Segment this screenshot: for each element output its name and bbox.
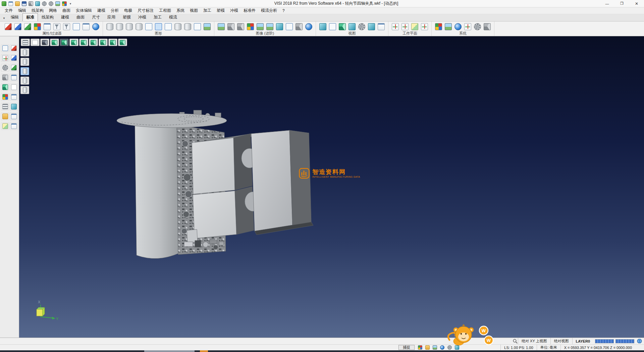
document-info-tool-button[interactable] <box>10 93 18 101</box>
notebook-button[interactable] <box>431 345 438 350</box>
view-manager-button[interactable] <box>377 22 386 31</box>
ribbon-tab-7[interactable]: 塑膜 <box>119 13 135 21</box>
active-layer-label[interactable]: LAYER0 <box>572 338 593 344</box>
modify-attributes-button[interactable] <box>4 22 13 31</box>
filter-points-button[interactable] <box>20 86 29 94</box>
filter-wireframe-button[interactable] <box>20 58 29 66</box>
ribbon-tab-3[interactable]: 建模 <box>57 13 73 21</box>
grid-options-button[interactable] <box>473 22 482 31</box>
ribbon-tab-6[interactable]: 应用 <box>104 13 119 21</box>
edit-curve-tool-button[interactable] <box>10 54 18 62</box>
view-iso-button[interactable] <box>50 39 59 46</box>
erase-tool-button[interactable] <box>10 44 18 52</box>
print-button[interactable] <box>28 1 34 6</box>
redo-button[interactable] <box>48 1 54 6</box>
minimize-button[interactable]: — <box>600 0 614 7</box>
ortho-toggle-button[interactable] <box>424 345 431 350</box>
view-right-button[interactable] <box>79 39 88 46</box>
reflections-button[interactable] <box>236 22 245 31</box>
paint-tool-button[interactable] <box>1 113 9 120</box>
quick-select-button[interactable] <box>72 22 81 31</box>
view-dynamic-button[interactable] <box>118 39 127 46</box>
texture-view-button[interactable] <box>203 22 212 31</box>
ribbon-tab-2[interactable]: 线架构 <box>38 13 57 21</box>
ribbon-tab-5[interactable]: 尺寸 <box>88 13 104 21</box>
view-list-button[interactable] <box>21 39 30 46</box>
view-mode-label[interactable]: 绝对视图 <box>550 338 572 344</box>
menu-item-17[interactable]: 模流分析 <box>258 7 280 14</box>
match-attributes-button[interactable] <box>23 22 32 31</box>
refresh-tool-button[interactable] <box>10 103 18 111</box>
save-file-button[interactable] <box>21 1 27 6</box>
menu-item-12[interactable]: 视图 <box>187 7 201 14</box>
world-options-button[interactable] <box>453 22 463 31</box>
create-workplane-button[interactable] <box>391 22 400 31</box>
view-back-button[interactable] <box>99 39 108 46</box>
color-palette-button[interactable] <box>33 22 42 31</box>
snap-toggle-button[interactable]: 捕捉 <box>398 345 415 350</box>
reset-workplane-button[interactable] <box>420 22 429 31</box>
rotate-view-button[interactable] <box>338 22 347 31</box>
selection-filter-button[interactable] <box>62 22 71 31</box>
blank-page-tool-button[interactable] <box>10 83 18 91</box>
display-settings-button[interactable] <box>444 22 453 31</box>
view-plain-button[interactable] <box>31 39 40 46</box>
ribbon-tab-9[interactable]: 加工 <box>150 13 165 21</box>
render-mode-tool-button[interactable] <box>1 83 9 91</box>
viewport-3d[interactable]: 智造资料网 INTELLIGENT MANUFACTURING DATA X Y <box>19 36 644 338</box>
antialiasing-button[interactable] <box>285 22 294 31</box>
fixture-assembly[interactable] <box>117 110 313 259</box>
titlebar[interactable]: ▾ VISI 2018 R2 from Vero Software x64 - … <box>0 0 644 7</box>
rotate-tool-button[interactable] <box>1 64 9 72</box>
wireframe-display-button[interactable] <box>105 22 114 31</box>
globe-icon[interactable] <box>637 339 642 344</box>
cad-model[interactable] <box>19 36 644 338</box>
filter-all-button[interactable] <box>20 48 29 56</box>
grid-toggle-button[interactable] <box>417 345 423 350</box>
ribbon-tab-1[interactable]: 标准 <box>22 13 38 21</box>
performance-button[interactable] <box>483 22 492 31</box>
perspective-button[interactable] <box>294 22 304 31</box>
filter-surfaces-button[interactable] <box>20 77 29 85</box>
system-colors-button[interactable] <box>434 22 443 31</box>
open-file-button[interactable] <box>14 1 20 6</box>
menu-item-14[interactable]: 塑模 <box>214 7 227 14</box>
solid-view-button[interactable] <box>173 22 182 31</box>
grid-tool-button[interactable] <box>1 103 9 111</box>
menu-item-15[interactable]: 冲模 <box>227 7 241 14</box>
menu-item-16[interactable]: 标准件 <box>241 7 258 14</box>
materials-button[interactable] <box>246 22 255 31</box>
advanced-render-button[interactable] <box>217 22 226 31</box>
copy-attributes-button[interactable] <box>13 22 22 31</box>
lighting-button[interactable] <box>256 22 265 31</box>
section-view-button[interactable] <box>193 22 202 31</box>
view-top-button[interactable] <box>60 39 69 46</box>
ribbon-tab-4[interactable]: 曲面 <box>73 13 88 21</box>
app-menu-button[interactable] <box>1 1 7 6</box>
notes-tool-button[interactable] <box>10 74 18 81</box>
scale-label[interactable]: LS: 1.00 PS: 1.00 <box>500 345 536 350</box>
ribbon-tab-0[interactable]: 编辑 <box>7 13 22 21</box>
mesh-view-button[interactable] <box>183 22 192 31</box>
bounding-box-button[interactable] <box>144 22 153 31</box>
ribbon-tab-8[interactable]: 冲模 <box>135 13 150 21</box>
options-button[interactable] <box>61 1 67 6</box>
stereo-view-button[interactable] <box>304 22 313 31</box>
attribute-table-button[interactable] <box>82 22 91 31</box>
solid-tools-button[interactable] <box>1 74 9 81</box>
view-cube-button[interactable] <box>40 39 49 46</box>
tabbar-caret-icon[interactable]: ▾ <box>1 16 7 21</box>
clipboard-tool-button[interactable] <box>10 122 18 130</box>
shaded-display-button[interactable] <box>115 22 124 31</box>
snap-options-button[interactable] <box>463 22 472 31</box>
view-left-button[interactable] <box>89 39 98 46</box>
select-tool-button[interactable] <box>1 44 9 52</box>
view-orientation-label[interactable]: 绝对 XY 上视图 <box>518 338 550 344</box>
view-front-button[interactable] <box>69 39 78 46</box>
visibility-toggle-button[interactable] <box>91 22 100 31</box>
document-extra-tool-button[interactable] <box>10 113 18 120</box>
shadows-button[interactable] <box>226 22 235 31</box>
capture-button[interactable] <box>55 1 60 6</box>
units-label[interactable]: 单位: 毫米 <box>537 345 560 350</box>
snap-point-tool-button[interactable] <box>1 54 9 62</box>
